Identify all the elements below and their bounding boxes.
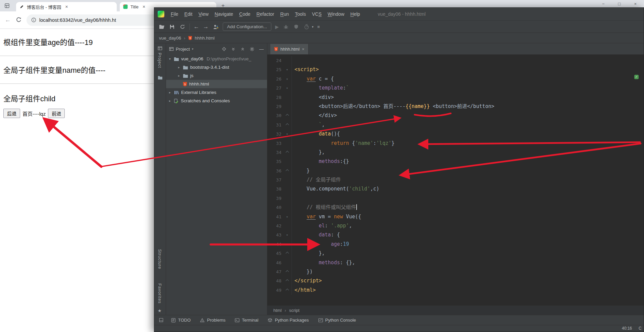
breadcrumb-html[interactable]: html <box>273 308 282 313</box>
code-line-29[interactable]: 29 <button>后退</button> 首页----{{name}} <b… <box>267 102 644 111</box>
chevron-down-icon[interactable]: ▾ <box>312 25 314 29</box>
code-line-27[interactable]: 27▾ template:` <box>267 84 644 93</box>
breadcrumb-file[interactable]: hhhh.html <box>195 36 215 41</box>
expand-all-icon[interactable] <box>231 47 236 52</box>
code-line-35[interactable]: 35 methods:{} <box>267 157 644 166</box>
line-number[interactable]: 31 <box>267 120 283 129</box>
line-number[interactable]: 44 <box>267 240 283 249</box>
line-number[interactable]: 47 <box>267 267 283 276</box>
code-line-48[interactable]: 48</script> <box>267 276 644 285</box>
code-line-44[interactable]: 44 age:19 <box>267 240 644 249</box>
line-number[interactable]: 24 <box>267 56 283 65</box>
project-tool-window-icon[interactable] <box>158 46 162 51</box>
menu-code[interactable]: Code <box>236 10 253 18</box>
tool-window-python-console[interactable]: Python Console <box>314 315 361 325</box>
code-line-25[interactable]: 25▾<script> <box>267 65 644 74</box>
fold-marker-icon[interactable]: ▾ <box>283 230 291 239</box>
fold-marker-icon[interactable] <box>283 148 291 157</box>
page-back-button[interactable]: 后退 <box>3 109 20 118</box>
fold-marker-icon[interactable] <box>283 267 291 276</box>
line-number[interactable]: 45 <box>267 249 283 258</box>
tab-close-icon[interactable]: × <box>65 4 68 9</box>
browser-maximize-button[interactable]: □ <box>618 1 621 6</box>
hide-panel-icon[interactable]: — <box>259 47 264 52</box>
fold-marker-icon[interactable] <box>283 111 291 120</box>
line-number[interactable]: 46 <box>267 258 283 267</box>
caret-position-widget[interactable]: 40:16 <box>622 326 632 331</box>
code-line-31[interactable]: 31 `, <box>267 120 644 129</box>
line-number[interactable]: 48 <box>267 276 283 285</box>
line-number[interactable]: 40 <box>267 203 283 212</box>
menu-refactor[interactable]: Refactor <box>254 10 277 18</box>
navigate-back-icon[interactable]: ← <box>194 23 199 30</box>
line-number[interactable]: 27 <box>267 84 283 93</box>
code-line-40[interactable]: 40 // 根组件或叫父组件 <box>267 203 644 212</box>
chevron-expanded-icon[interactable]: ▾ <box>168 57 172 61</box>
browser-minimize-button[interactable]: − <box>602 1 605 6</box>
menu-run[interactable]: Run <box>277 10 292 18</box>
browser-back-icon[interactable]: ← <box>5 16 11 23</box>
code-line-37[interactable]: 37 // 全局子组件 <box>267 175 644 184</box>
line-number[interactable]: 29 <box>267 102 283 111</box>
save-all-icon[interactable] <box>169 23 175 30</box>
fold-marker-icon[interactable]: ▾ <box>283 129 291 139</box>
line-number[interactable]: 28 <box>267 93 283 102</box>
menu-view[interactable]: View <box>196 10 212 18</box>
fold-marker-icon[interactable] <box>283 286 291 295</box>
debug-icon[interactable] <box>282 23 289 30</box>
fold-marker-icon[interactable] <box>283 276 291 285</box>
menu-help[interactable]: Help <box>347 10 363 18</box>
line-number[interactable]: 38 <box>267 184 283 193</box>
code-line-30[interactable]: 30 </div> <box>267 111 644 120</box>
settings-gear-icon[interactable] <box>250 47 255 52</box>
code-line-28[interactable]: 28 <div> <box>267 93 644 102</box>
sync-icon[interactable] <box>179 23 186 30</box>
menu-edit[interactable]: Edit <box>181 10 196 18</box>
collapse-all-icon[interactable] <box>240 47 245 52</box>
run-icon[interactable]: ▶ <box>275 24 279 30</box>
run-configurations-icon[interactable] <box>212 23 219 30</box>
tab-overview-icon[interactable] <box>4 3 10 8</box>
code-line-38[interactable]: 38 Vue.component('child',c) <box>267 184 644 193</box>
stop-icon[interactable]: ■ <box>317 24 320 29</box>
line-number[interactable]: 41 <box>267 212 283 221</box>
project-panel-title[interactable]: Project <box>176 47 190 52</box>
browser-close-button[interactable]: × <box>634 1 637 6</box>
code-line-42[interactable]: 42 el: '.app', <box>267 221 644 230</box>
chevron-down-icon[interactable]: ▾ <box>192 47 194 51</box>
line-number[interactable]: 39 <box>267 194 283 203</box>
locate-file-icon[interactable] <box>221 47 226 52</box>
menu-file[interactable]: File <box>168 10 181 18</box>
line-number[interactable]: 49 <box>267 286 283 295</box>
open-folder-icon[interactable] <box>158 23 165 30</box>
chevron-collapsed-icon[interactable]: ▸ <box>168 99 172 103</box>
tab-close-icon[interactable]: × <box>302 47 305 52</box>
line-number[interactable]: 36 <box>267 166 283 175</box>
add-configuration-button[interactable]: Add Configuration... <box>223 22 271 31</box>
tool-window-layout-icon[interactable] <box>156 318 166 322</box>
fold-marker-icon[interactable] <box>283 249 291 258</box>
line-number[interactable]: 43 <box>267 230 283 239</box>
code-line-24[interactable]: 24 <box>267 56 644 65</box>
fold-marker-icon[interactable]: ▾ <box>283 212 291 221</box>
tree-item-external-libraries[interactable]: ▸ External Libraries <box>166 88 267 97</box>
fold-marker-icon[interactable]: ▾ <box>283 74 291 84</box>
code-line-46[interactable]: 46 methods: {}, <box>267 258 644 267</box>
tree-item-js[interactable]: ▸ js <box>166 71 267 80</box>
code-line-39[interactable]: 39 <box>267 194 644 203</box>
stripe-label-favorites[interactable]: Favorites <box>157 283 162 303</box>
menu-window[interactable]: Window <box>325 10 347 18</box>
line-number[interactable]: 33 <box>267 139 283 148</box>
menu-vcs[interactable]: VCS <box>309 10 325 18</box>
coverage-icon[interactable] <box>293 23 300 30</box>
line-ending-widget[interactable]: C <box>639 326 642 331</box>
tool-window-problems[interactable]: Problems <box>195 315 230 325</box>
line-number[interactable]: 30 <box>267 111 283 120</box>
chevron-collapsed-icon[interactable]: ▸ <box>177 74 181 77</box>
code-line-45[interactable]: 45 }, <box>267 249 644 258</box>
line-number[interactable]: 26 <box>267 74 283 84</box>
code-line-41[interactable]: 41▾ var vm = new Vue({ <box>267 212 644 221</box>
code-line-47[interactable]: 47 }) <box>267 267 644 276</box>
chevron-collapsed-icon[interactable]: ▸ <box>168 91 172 94</box>
code-line-33[interactable]: 33 return {'name':'lqz'} <box>267 139 644 148</box>
